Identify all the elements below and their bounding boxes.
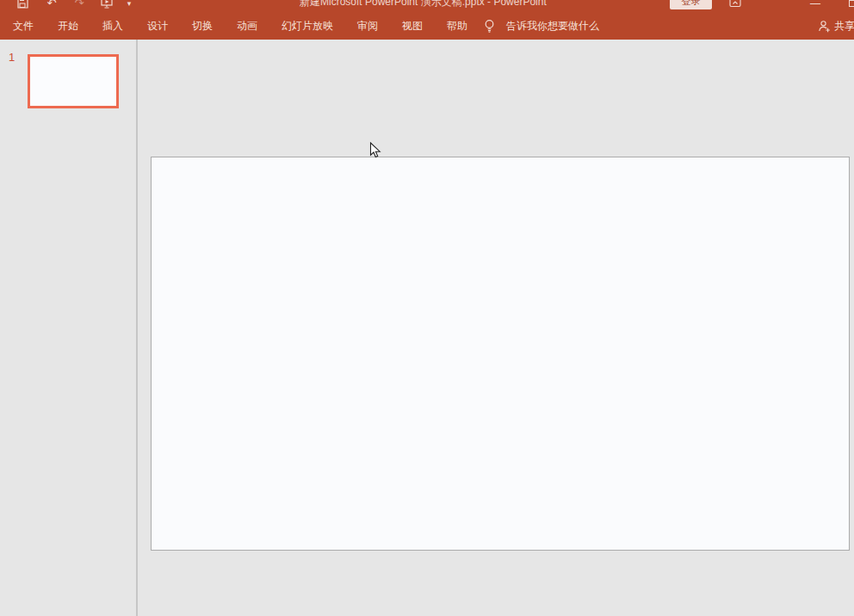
tab-help[interactable]: 帮助 bbox=[435, 12, 480, 40]
slide-editing-area[interactable] bbox=[151, 157, 850, 551]
ribbon-tab-bar: 文件 开始 插入 设计 切换 动画 幻灯片放映 审阅 视图 帮助 告诉我你想要做… bbox=[0, 12, 854, 40]
slide-number: 1 bbox=[9, 51, 15, 64]
qat-dropdown-icon[interactable]: ▾ bbox=[122, 0, 136, 10]
undo-icon[interactable]: ↶ bbox=[45, 0, 59, 10]
tab-file[interactable]: 文件 bbox=[1, 12, 46, 40]
tab-animations[interactable]: 动画 bbox=[225, 12, 269, 40]
editing-canvas bbox=[138, 40, 854, 616]
tab-view[interactable]: 视图 bbox=[390, 12, 435, 40]
share-label: 共享 bbox=[834, 19, 854, 34]
slide-thumbnail-selected[interactable] bbox=[28, 54, 119, 108]
maximize-box bbox=[849, 0, 854, 7]
powerpoint-window: ↶ ↷ ▾ 新建Microsoft PowerPoint 演示文稿.pptx -… bbox=[0, 0, 854, 616]
tab-slideshow[interactable]: 幻灯片放映 bbox=[269, 12, 345, 40]
save-icon[interactable] bbox=[16, 0, 30, 10]
window-title: 新建Microsoft PowerPoint 演示文稿.pptx - Power… bbox=[300, 0, 547, 9]
tab-insert[interactable]: 插入 bbox=[90, 12, 135, 40]
mouse-cursor bbox=[369, 142, 382, 159]
slides-panel: 1 bbox=[0, 40, 138, 616]
tab-design[interactable]: 设计 bbox=[135, 12, 180, 40]
sign-in-button[interactable]: 登录 bbox=[670, 0, 712, 9]
start-slideshow-icon[interactable] bbox=[101, 0, 114, 10]
tell-me-box[interactable]: 告诉我你想要做什么 bbox=[483, 12, 599, 40]
tab-home[interactable]: 开始 bbox=[46, 12, 90, 40]
tab-review[interactable]: 审阅 bbox=[345, 12, 390, 40]
minimize-icon[interactable]: — bbox=[808, 0, 822, 10]
lightbulb-icon bbox=[483, 19, 496, 33]
tab-transitions[interactable]: 切换 bbox=[180, 12, 225, 40]
title-bar: ↶ ↷ ▾ 新建Microsoft PowerPoint 演示文稿.pptx -… bbox=[0, 0, 854, 12]
add-person-icon bbox=[818, 20, 831, 33]
redo-icon[interactable]: ↷ bbox=[72, 0, 86, 10]
share-button[interactable]: 共享 bbox=[818, 12, 854, 40]
ribbon-display-options-icon[interactable] bbox=[728, 0, 742, 10]
tell-me-label: 告诉我你想要做什么 bbox=[506, 19, 599, 34]
maximize-icon[interactable] bbox=[845, 0, 854, 10]
